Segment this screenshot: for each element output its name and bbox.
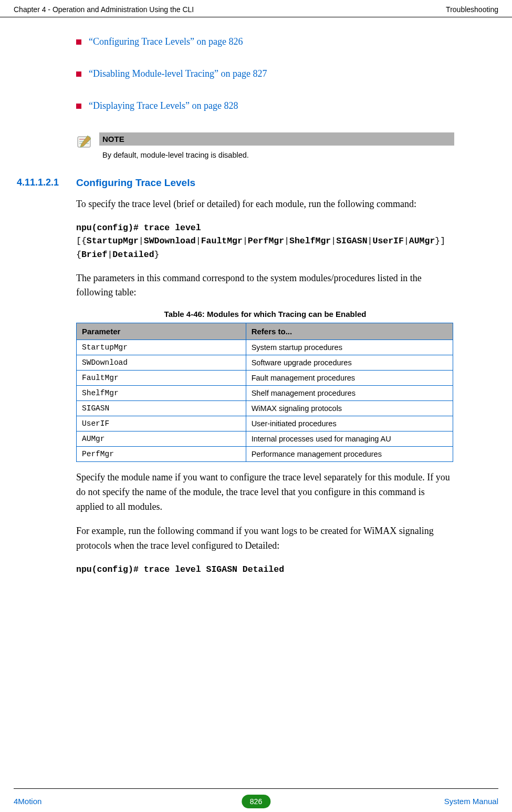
section-number: 4.11.1.2.1 (16, 177, 76, 189)
note-icon (76, 132, 99, 165)
paragraph: To specify the trace level (brief or det… (76, 197, 454, 212)
xref-link[interactable]: “Displaying Trace Levels” on page 828 (89, 100, 238, 111)
table-row: SIGASNWiMAX signaling protocols (77, 401, 453, 416)
table-cell: Shelf management procedures (246, 386, 453, 401)
table-row: AUMgrInternal processes used for managin… (77, 431, 453, 447)
code-block: npu(config)# trace level [{StartupMgr|SW… (76, 221, 454, 262)
table-cell: WiMAX signaling protocols (246, 401, 453, 416)
xref-list: “Configuring Trace Levels” on page 826 “… (76, 36, 454, 111)
table-cell: PerfMgr (77, 447, 246, 462)
modules-table: Parameter Refers to... StartupMgrSystem … (76, 323, 453, 462)
code-token: AUMgr (409, 236, 435, 246)
table-cell: System startup procedures (246, 340, 453, 355)
xref-link[interactable]: “Disabling Module-level Tracing” on page… (89, 68, 267, 79)
code-token: ShelfMgr (289, 236, 331, 246)
code-punct: [{ (76, 236, 87, 246)
footer-divider (14, 788, 498, 789)
paragraph: For example, run the following command i… (76, 524, 454, 553)
section-heading: 4.11.1.2.1 Configuring Trace Levels (16, 177, 454, 189)
table-header: Parameter (77, 323, 246, 340)
note-block: NOTE By default, module-level tracing is… (76, 132, 454, 165)
code-token: SWDownload (144, 236, 196, 246)
table-cell: Internal processes used for managing AU (246, 431, 453, 447)
table-cell: StartupMgr (77, 340, 246, 355)
paragraph: The parameters in this command correspon… (76, 271, 454, 301)
section-title: Configuring Trace Levels (76, 177, 195, 189)
table-cell: Fault management procedures (246, 371, 453, 386)
table-row: StartupMgrSystem startup procedures (77, 340, 453, 355)
bullet-icon (76, 104, 81, 109)
table-row: PerfMgrPerformance management procedures (77, 447, 453, 462)
code-line: npu(config)# trace level (76, 223, 201, 233)
code-block: npu(config)# trace level SIGASN Detailed (76, 563, 454, 577)
code-token: UserIF (372, 236, 403, 246)
code-line: npu(config)# trace level SIGASN Detailed (76, 564, 284, 574)
table-cell: ShelfMgr (77, 386, 246, 401)
table-cell: Software upgrade procedures (246, 355, 453, 371)
xref-item: “Disabling Module-level Tracing” on page… (76, 68, 454, 79)
footer-right: System Manual (256, 797, 499, 806)
bullet-icon (76, 39, 81, 45)
code-token: PerfMgr (248, 236, 284, 246)
code-token: StartupMgr (87, 236, 139, 246)
table-cell: UserIF (77, 416, 246, 431)
footer-left: 4Motion (14, 797, 256, 806)
table-row: SWDownloadSoftware upgrade procedures (77, 355, 453, 371)
table-cell: FaultMgr (77, 371, 246, 386)
code-opt: Detailed (112, 250, 154, 260)
page-header: Chapter 4 - Operation and Administration… (0, 0, 512, 17)
table-cell: AUMgr (77, 431, 246, 447)
table-header: Refers to... (246, 323, 453, 340)
footer-center: 826 (242, 795, 270, 808)
note-body: By default, module-level tracing is disa… (99, 146, 454, 165)
note-content: NOTE By default, module-level tracing is… (99, 132, 454, 165)
page-number-badge: 826 (242, 795, 270, 808)
table-cell: SIGASN (77, 401, 246, 416)
table-cell: User-initiated procedures (246, 416, 453, 431)
note-label: NOTE (99, 132, 454, 146)
table-row: FaultMgrFault management procedures (77, 371, 453, 386)
code-token: SIGASN (336, 236, 367, 246)
table-cell: SWDownload (77, 355, 246, 371)
code-token: FaultMgr (201, 236, 243, 246)
header-left: Chapter 4 - Operation and Administration… (14, 5, 194, 14)
xref-item: “Configuring Trace Levels” on page 826 (76, 36, 454, 47)
header-right: Troubleshooting (446, 5, 498, 14)
paragraph: Specify the module name if you want to c… (76, 470, 454, 515)
table-cell: Performance management procedures (246, 447, 453, 462)
main-content: “Configuring Trace Levels” on page 826 “… (0, 36, 512, 576)
table-header-row: Parameter Refers to... (77, 323, 453, 340)
table-caption: Table 4-46: Modules for which Tracing ca… (76, 310, 454, 318)
bullet-icon (76, 71, 81, 77)
code-opt: Brief (81, 250, 108, 260)
page-footer: 4Motion 826 System Manual (0, 797, 512, 806)
table-row: UserIFUser-initiated procedures (77, 416, 453, 431)
xref-link[interactable]: “Configuring Trace Levels” on page 826 (89, 36, 243, 47)
table-row: ShelfMgrShelf management procedures (77, 386, 453, 401)
code-punct: } (154, 250, 160, 260)
xref-item: “Displaying Trace Levels” on page 828 (76, 100, 454, 111)
